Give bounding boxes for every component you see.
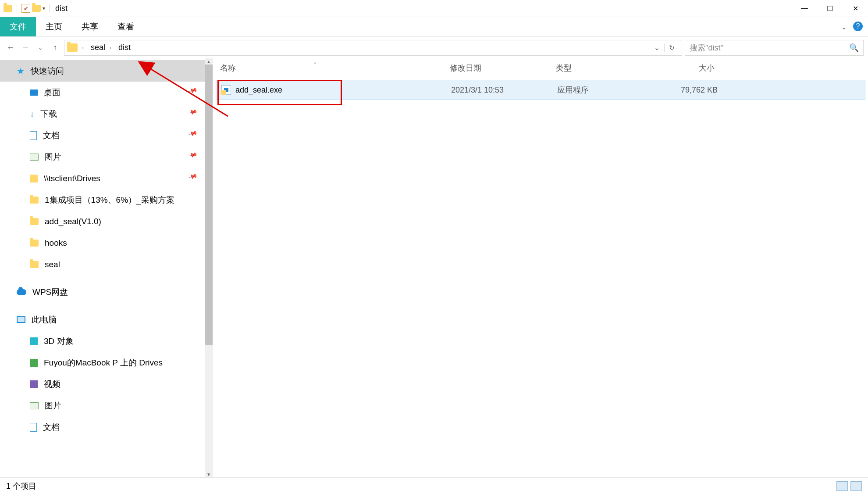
pin-icon: 📌 [188,107,205,121]
nav-forward-button[interactable]: → [19,42,32,54]
tab-view[interactable]: 查看 [108,17,144,36]
drive-icon [30,175,38,183]
document-icon [30,423,37,432]
sidebar-item-network-drive[interactable]: Fuyou的MacBook P 上的 Drives [0,352,205,373]
breadcrumb-dist[interactable]: dist [116,43,133,52]
minimize-button[interactable]: — [792,0,817,17]
column-headers: 名称˄ 修改日期 类型 大小 [213,58,868,78]
search-input[interactable]: 搜索"dist" 🔍 [685,40,864,56]
scrollbar-up-arrow[interactable]: ▲ [205,58,213,64]
sidebar-item-label: 文档 [43,422,60,433]
sidebar-item-3d[interactable]: 3D 对象 [0,330,205,352]
navigation-bar: ← → ⌄ ↑ › seal› dist ⌄ ↻ 搜索"dist" 🔍 [0,37,868,58]
tab-file[interactable]: 文件 [0,17,36,36]
sidebar-item-quick-access[interactable]: ★ 快速访问 [0,60,205,82]
qat-dropdown-icon[interactable]: ▾ [43,5,45,11]
column-header-date[interactable]: 修改日期 [443,63,549,73]
nav-history-dropdown[interactable]: ⌄ [34,42,46,54]
quick-access-toolbar: ✔ ▾ [4,4,53,13]
sidebar-item-label: 此电脑 [32,314,57,326]
sidebar-item-label: 3D 对象 [44,336,74,347]
sidebar-item-this-pc[interactable]: 此电脑 [0,309,205,330]
open-folder-icon[interactable] [32,5,41,12]
sidebar-item-wps[interactable]: WPS网盘 [0,281,205,303]
network-icon [30,359,38,367]
view-large-icons-button[interactable] [850,481,862,491]
annotation-highlight-box [217,80,342,105]
search-placeholder: 搜索"dist" [690,43,723,53]
scrollbar-thumb[interactable] [205,64,213,345]
column-header-size[interactable]: 大小 [655,63,721,73]
sidebar-item-label: 1集成项目（13%、6%）_采购方案 [45,194,174,206]
sidebar-item-pictures[interactable]: 图片📌 [0,146,205,168]
file-type-cell: 应用程序 [552,85,658,95]
download-icon: ↓ [30,109,34,119]
tab-share[interactable]: 共享 [72,17,108,36]
sidebar-item-label: 下载 [40,108,57,120]
scrollbar-down-arrow[interactable]: ▼ [205,471,213,477]
sidebar-item-folder[interactable]: hooks [0,232,205,254]
tab-home[interactable]: 主页 [36,17,72,36]
picture-icon [30,154,39,161]
sidebar-item-folder[interactable]: 1集成项目（13%、6%）_采购方案 [0,189,205,211]
maximize-button[interactable]: ☐ [817,0,843,17]
folder-icon [30,197,39,204]
star-icon: ★ [17,66,25,76]
nav-up-button[interactable]: ↑ [49,42,61,54]
column-label: 名称 [220,64,236,72]
address-bar[interactable]: › seal› dist ⌄ ↻ [64,40,682,56]
sort-asc-icon: ˄ [314,62,317,68]
sidebar-item-label: 桌面 [44,87,60,98]
sidebar-item-tsclient[interactable]: \\tsclient\Drives📌 [0,168,205,189]
folder-icon [30,261,39,268]
sidebar-item-pictures[interactable]: 图片 [0,395,205,416]
window-title: dist [55,4,68,13]
sidebar-item-label: add_seal(V1.0) [45,217,101,226]
window-controls: — ☐ ✕ [792,0,868,17]
chevron-right-icon[interactable]: › [82,45,84,51]
sidebar-item-documents[interactable]: 文档📌 [0,125,205,146]
desktop-icon [30,89,38,96]
column-header-name[interactable]: 名称˄ [213,63,443,73]
sidebar-item-label: hooks [45,238,67,248]
file-date-cell: 2021/3/1 10:53 [446,86,552,95]
sidebar-item-label: 文档 [43,130,60,141]
file-size-cell: 79,762 KB [658,86,724,95]
sidebar-item-documents[interactable]: 文档 [0,416,205,438]
help-icon[interactable]: ? [853,21,863,31]
sidebar-item-label: 视频 [44,379,60,390]
sidebar-item-label: WPS网盘 [32,286,68,298]
sidebar-item-downloads[interactable]: ↓下载📌 [0,103,205,125]
status-text: 1 个项目 [6,481,36,491]
ribbon-collapse-icon[interactable]: ⌄ [841,23,847,31]
pin-icon: 📌 [188,171,205,185]
cloud-icon [17,289,26,295]
navigation-pane: ★ 快速访问 桌面📌 ↓下载📌 文档📌 图片📌 \\tsclient\Drive… [0,58,213,477]
document-icon [30,131,37,140]
sidebar-item-label: 图片 [45,151,61,163]
close-button[interactable]: ✕ [843,0,868,17]
pin-icon: 📌 [188,150,205,164]
folder-icon [67,43,78,52]
sidebar-item-desktop[interactable]: 桌面📌 [0,82,205,103]
search-icon: 🔍 [849,43,859,53]
view-details-button[interactable] [836,481,848,491]
separator [17,4,17,12]
separator [50,4,50,12]
breadcrumb-seal[interactable]: seal› [88,43,114,52]
refresh-button[interactable]: ↻ [664,44,679,52]
column-header-type[interactable]: 类型 [549,63,655,73]
view-mode-buttons [836,481,862,491]
sidebar-item-label: \\tsclient\Drives [44,174,100,183]
properties-icon[interactable]: ✔ [21,4,30,13]
sidebar-item-folder[interactable]: seal [0,254,205,275]
nav-back-button[interactable]: ← [4,42,17,54]
sidebar-item-label: 快速访问 [31,65,64,77]
address-dropdown-icon[interactable]: ⌄ [651,44,662,52]
title-bar: ✔ ▾ dist — ☐ ✕ [0,0,868,17]
sidebar-item-label: seal [45,260,60,269]
chevron-right-icon[interactable]: › [110,45,111,51]
folder-icon [30,218,39,225]
sidebar-item-folder[interactable]: add_seal(V1.0) [0,211,205,232]
sidebar-item-videos[interactable]: 视频 [0,373,205,395]
